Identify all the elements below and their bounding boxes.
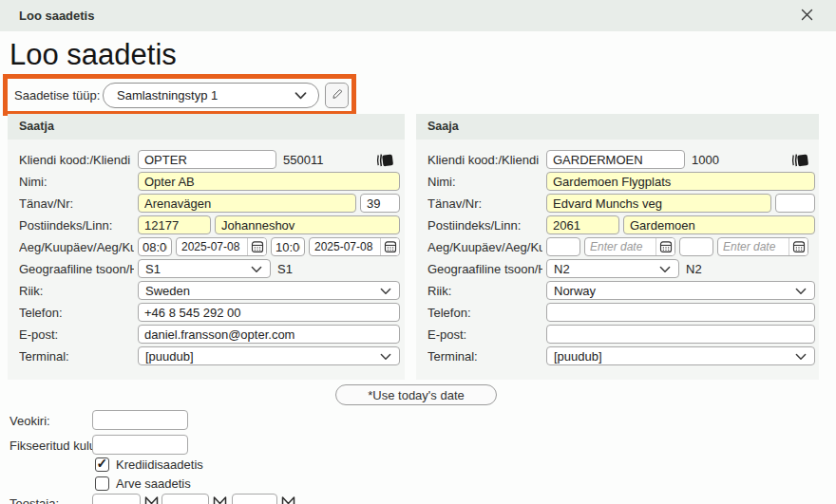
receiver-panel-body: Kliendi kood:/Kliendi 1000 Nimi: Tänav/N… [416,140,819,380]
sender-zone-text: S1 [277,262,293,276]
sender-date-to-field [309,237,400,256]
receiver-street-input[interactable] [546,194,771,213]
dialog-title: Loo saadetis [19,9,94,23]
sender-country-row: Riik: Sweden [19,281,400,300]
dialog-titlebar: Loo saadetis [0,0,836,31]
receiver-zone-value: N2 [554,262,570,276]
sender-street-number-input[interactable] [360,194,400,213]
performer-input-2[interactable] [162,494,209,504]
name-label: Nimi: [19,175,134,189]
edit-shipment-type-button[interactable] [325,83,349,108]
receiver-panel-title: Saaja [416,114,819,140]
receiver-client-number: 1000 [692,153,719,167]
sender-client-row: Kliendi kood:/Kliendi 550011 [19,150,400,169]
receiver-street-row: Tänav/Nr: [428,194,815,213]
country-label: Riik: [19,284,134,298]
performer-input-1[interactable] [92,494,141,504]
sender-email-input[interactable] [138,325,400,344]
receiver-terminal-select[interactable]: [puudub] [546,346,815,365]
email-label: E-post: [19,327,134,342]
chevron-down-icon [795,349,807,364]
chevron-down-icon [380,284,391,298]
fixed-cost-input[interactable] [92,435,188,455]
credit-shipment-label: Krediidisaadetis [116,457,203,472]
credit-shipment-checkbox[interactable] [95,457,109,472]
sender-date-from-field [176,237,267,256]
postcode-label: Postiindeks/Linn: [428,218,542,233]
receiver-name-input[interactable] [546,172,815,191]
sender-terminal-value: [puudub] [145,349,194,364]
street-label: Tänav/Nr: [428,196,542,211]
sender-date-from-input[interactable] [177,240,247,253]
receiver-postcode-row: Postiindeks/Linn: [428,215,815,234]
invoice-shipment-label: Arve saadetis [116,476,191,491]
sender-street-input[interactable] [138,194,356,213]
receiver-client-row: Kliendi kood:/Kliendi 1000 [428,150,815,169]
sender-client-code-input[interactable] [138,150,276,169]
receiver-datetime-row: Aeg/Kuupäev/Aeg/Ku [428,237,815,256]
receiver-country-select[interactable]: Norway [546,281,815,300]
sender-time-from-input[interactable] [138,237,172,256]
sender-country-select[interactable]: Sweden [138,281,400,300]
receiver-postcode-input[interactable] [546,215,619,234]
receiver-zone-select[interactable]: N2 [546,259,679,278]
zone-label: Geograafiline tsoon/H [19,262,134,276]
performer-lookup-icon[interactable] [281,495,295,504]
performer-lookup-icon[interactable] [144,495,159,504]
sender-zone-select[interactable]: S1 [138,259,271,278]
datetime-label: Aeg/Kuupäev/Aeg/Ku [19,240,134,254]
receiver-client-code-input[interactable] [546,150,685,169]
waybill-input[interactable] [92,410,188,430]
receiver-date-to-field [717,237,808,256]
sender-datetime-row: Aeg/Kuupäev/Aeg/Ku [19,237,400,256]
sender-name-input[interactable] [138,172,400,191]
use-todays-date-button[interactable]: *Use today's date [335,384,497,405]
copy-customer-icon[interactable] [375,152,393,168]
sender-time-to-input[interactable] [271,237,305,256]
performer-lookup-icon[interactable] [213,495,227,504]
receiver-time-from-input[interactable] [546,237,580,256]
shipment-type-highlight-box: Saadetise tüüp: Samlastningstyp 1 [3,74,356,116]
credit-shipment-row: Krediidisaadetis [95,457,203,472]
receiver-city-input[interactable] [623,215,815,234]
sender-terminal-row: Terminal: [puudub] [19,346,400,365]
receiver-name-row: Nimi: [428,172,815,191]
close-button[interactable] [799,7,815,26]
sender-postcode-input[interactable] [138,215,211,234]
receiver-phone-input[interactable] [546,303,815,322]
waybill-label: Veokiri: [10,414,50,428]
calendar-icon[interactable] [656,238,674,255]
receiver-email-row: E-post: [428,325,815,344]
terminal-label: Terminal: [19,349,134,364]
receiver-date-to-input[interactable] [718,240,788,253]
calendar-icon[interactable] [247,238,266,255]
shipment-type-select[interactable]: Samlastningstyp 1 [103,83,319,108]
country-label: Riik: [428,284,542,298]
chevron-down-icon [380,349,391,364]
chevron-down-icon [251,262,262,276]
postcode-label: Postiindeks/Linn: [19,218,134,233]
fixed-cost-label: Fikseeritud kulu: [10,439,100,453]
name-label: Nimi: [428,175,542,189]
receiver-country-value: Norway [554,284,596,298]
invoice-shipment-checkbox[interactable] [95,476,109,491]
calendar-icon[interactable] [380,238,399,255]
receiver-date-from-input[interactable] [585,240,656,253]
receiver-terminal-value: [puudub] [554,349,602,364]
receiver-street-number-input[interactable] [775,194,815,213]
receiver-date-from-field [584,237,675,256]
performer-input-3[interactable] [232,494,277,504]
receiver-time-to-input[interactable] [679,237,713,256]
sender-date-to-input[interactable] [310,240,380,253]
calendar-icon[interactable] [788,238,808,255]
sender-terminal-select[interactable]: [puudub] [138,346,400,365]
sender-postcode-row: Postiindeks/Linn: [19,215,400,234]
sender-phone-input[interactable] [138,303,400,322]
receiver-email-input[interactable] [546,325,815,344]
receiver-phone-row: Telefon: [428,303,815,322]
email-label: E-post: [428,327,542,342]
sender-city-input[interactable] [215,215,400,234]
copy-customer-icon[interactable] [790,152,808,168]
chevron-down-icon [659,262,671,276]
pencil-icon [331,87,344,103]
